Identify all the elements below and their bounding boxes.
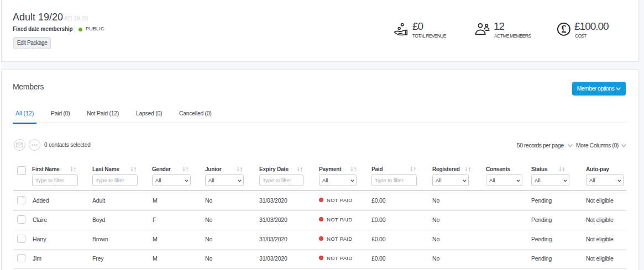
svg-text:£: £ — [562, 24, 567, 35]
